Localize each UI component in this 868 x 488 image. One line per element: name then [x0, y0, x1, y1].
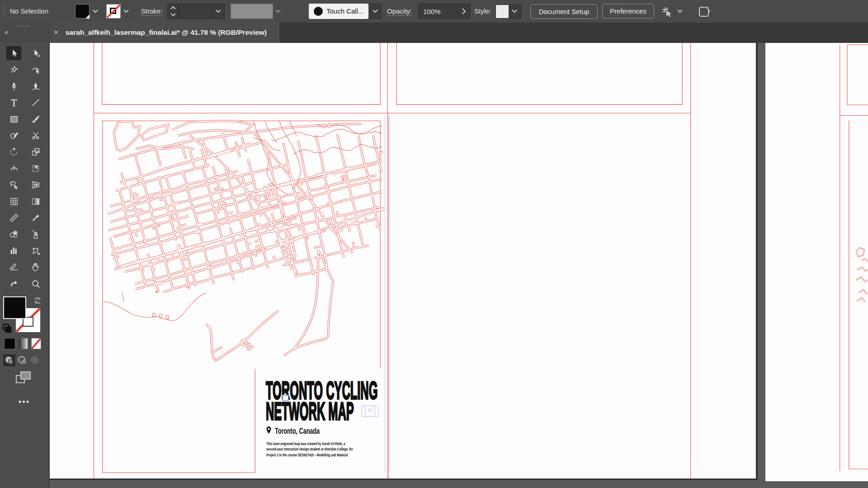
- svg-text:NETWORK MAP: NETWORK MAP: [266, 397, 354, 425]
- svg-text:second-year Interaction Design: second-year Interaction Design student a…: [266, 447, 353, 452]
- svg-text:Project 2 in the course DESN27: Project 2 in the course DESN27425 – Mode…: [266, 452, 349, 457]
- svg-text:This laser-engraved map was cr: This laser-engraved map was created by S…: [266, 441, 345, 446]
- svg-text:Toronto, Canada: Toronto, Canada: [275, 427, 320, 436]
